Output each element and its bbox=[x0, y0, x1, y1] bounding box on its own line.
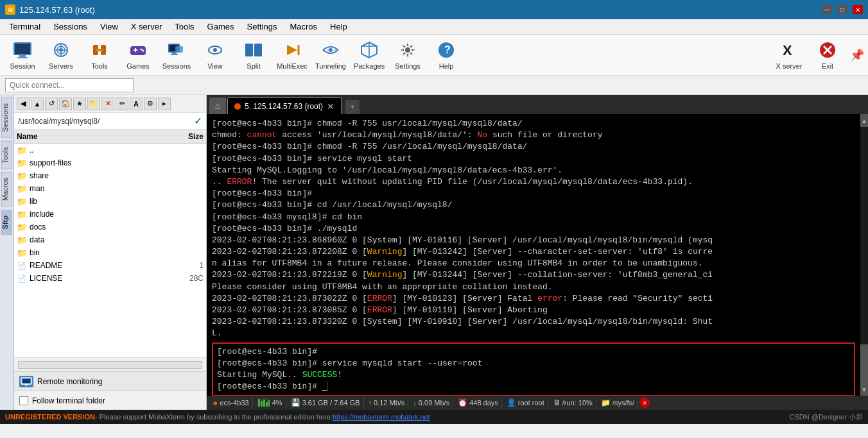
multiexec-icon bbox=[282, 40, 302, 60]
tab-home-btn[interactable]: ⌂ bbox=[209, 97, 226, 114]
sessions-tab[interactable]: Sessions bbox=[1, 97, 12, 138]
quick-connect-input[interactable] bbox=[5, 78, 134, 92]
macros-tab[interactable]: Macros bbox=[1, 172, 12, 206]
follow-terminal-checkbox[interactable] bbox=[19, 396, 28, 405]
toolbar-settings-btn[interactable]: Settings bbox=[389, 37, 426, 73]
fb-scrollbar[interactable] bbox=[18, 361, 202, 369]
toolbar-servers-btn[interactable]: Servers bbox=[42, 37, 80, 73]
disk2-text: /sys/fs/ bbox=[612, 399, 634, 407]
toolbar-sessions-btn[interactable]: Sessions bbox=[158, 37, 195, 73]
toolbar-split-btn[interactable]: Split bbox=[235, 37, 272, 73]
maximize-button[interactable]: □ bbox=[837, 5, 847, 14]
menu-settings[interactable]: Settings bbox=[241, 21, 284, 33]
scroll-thumb[interactable] bbox=[860, 344, 868, 383]
up-icon: ↑ bbox=[369, 399, 372, 407]
toolbar-tools-label: Tools bbox=[91, 62, 108, 70]
close-button[interactable]: ✕ bbox=[853, 5, 863, 14]
list-item[interactable]: 📁 support-files bbox=[14, 156, 206, 169]
list-item[interactable]: 📁 .. bbox=[14, 144, 206, 156]
folder-icon: 📁 bbox=[17, 209, 27, 219]
remote-monitoring-btn[interactable]: Remote monitoring bbox=[14, 371, 206, 391]
menu-games[interactable]: Games bbox=[201, 21, 241, 33]
menu-tools[interactable]: Tools bbox=[168, 21, 200, 33]
tab-close-btn[interactable]: ✕ bbox=[327, 101, 334, 112]
terminal-content[interactable]: [root@ecs-4b33 bin]# chmod -R 755 usr/lo… bbox=[207, 114, 860, 396]
terminal-scrollbar[interactable]: ▲ ▼ bbox=[860, 114, 868, 396]
toolbar-view-btn[interactable]: View bbox=[196, 37, 234, 73]
term-line: 2023-02-02T08:21:23.872219Z 0 [Warning] … bbox=[212, 269, 855, 281]
svg-point-33 bbox=[405, 47, 410, 53]
toolbar-exit-btn[interactable]: Exit bbox=[809, 37, 846, 73]
fb-more-btn[interactable]: ▸ bbox=[158, 97, 171, 110]
dl-icon: ↓ bbox=[413, 399, 417, 407]
fb-rename-btn[interactable]: ✏ bbox=[116, 97, 128, 110]
term-line: [root@ecs-4b33 mysql8]# cd bin bbox=[212, 212, 855, 223]
pin-icon[interactable]: 📌 bbox=[850, 48, 864, 62]
fb-home-btn[interactable]: 🏠 bbox=[59, 97, 72, 110]
scroll-track[interactable] bbox=[860, 127, 868, 383]
list-item[interactable]: 📁 docs bbox=[14, 221, 206, 233]
term-line: [root@ecs-4b33 bin]# cd /usr/local/mysql… bbox=[212, 199, 855, 211]
menu-sessions[interactable]: Sessions bbox=[47, 21, 94, 33]
scroll-down[interactable]: ▼ bbox=[860, 383, 868, 396]
list-item[interactable]: 📁 data bbox=[14, 233, 206, 246]
list-item[interactable]: 📁 include bbox=[14, 208, 206, 221]
toolbar-games-btn[interactable]: Games bbox=[119, 37, 157, 73]
svg-rect-47 bbox=[266, 402, 268, 407]
toolbar-tools-btn[interactable]: Tools bbox=[81, 37, 118, 73]
menu-macros[interactable]: Macros bbox=[283, 21, 324, 33]
scroll-up[interactable]: ▲ bbox=[860, 114, 868, 127]
svg-rect-46 bbox=[263, 400, 265, 407]
list-item[interactable]: 📁 lib bbox=[14, 195, 206, 208]
toolbar-multiexec-btn[interactable]: MultiExec bbox=[273, 37, 311, 73]
list-item[interactable]: 📄 LICENSE 28C bbox=[14, 272, 206, 285]
mem-text: 3.61 GB / 7.64 GB bbox=[302, 399, 360, 407]
toolbar-view-label: View bbox=[207, 62, 223, 70]
banner-link[interactable]: https://mobaxterm.mobatek.net bbox=[333, 413, 430, 421]
list-item[interactable]: 📁 share bbox=[14, 169, 206, 182]
fb-back-btn[interactable]: ◀ bbox=[17, 97, 30, 110]
help-icon: ? bbox=[436, 40, 456, 60]
tools-tab[interactable]: Tools bbox=[1, 141, 12, 169]
svg-text:X: X bbox=[783, 42, 792, 58]
fb-bookmark-btn[interactable]: ★ bbox=[73, 97, 86, 110]
list-item[interactable]: 📁 man bbox=[14, 182, 206, 195]
term-line: [root@ecs-4b33 bin]# bbox=[217, 346, 850, 358]
toolbar: Session Servers Tools Games Sessions Vie… bbox=[0, 35, 868, 76]
term-line: n alias for UTF8MB4 in a future release.… bbox=[212, 258, 855, 269]
fb-up-btn[interactable]: ▲ bbox=[31, 97, 44, 110]
menu-terminal[interactable]: Terminal bbox=[3, 21, 47, 33]
sessions-icon bbox=[166, 40, 187, 60]
svg-rect-41 bbox=[22, 379, 30, 383]
sftp-tab[interactable]: Sftp bbox=[1, 210, 12, 235]
fb-refresh-btn[interactable]: ↺ bbox=[45, 97, 58, 110]
fb-new-folder-btn[interactable]: 📁 bbox=[87, 97, 100, 110]
term-line: 2023-02-02T08:21:23.873085Z 0 [ERROR] [M… bbox=[212, 305, 855, 316]
folder-icon: 📁 bbox=[17, 183, 27, 194]
menu-view[interactable]: View bbox=[94, 21, 125, 33]
status-close-btn[interactable]: × bbox=[639, 398, 650, 408]
toolbar-packages-btn[interactable]: Packages bbox=[351, 37, 388, 73]
toolbar-help-btn[interactable]: ? Help bbox=[428, 37, 465, 73]
term-line: [root@ecs-4b33 bin]# service mysqld star… bbox=[217, 358, 850, 369]
folder-icon: 📁 bbox=[17, 248, 27, 258]
menu-xserver[interactable]: X server bbox=[125, 21, 168, 33]
list-item[interactable]: 📁 bin bbox=[14, 246, 206, 259]
toolbar-xserver-label: X server bbox=[776, 62, 803, 70]
toolbar-xserver-btn[interactable]: X X server bbox=[770, 37, 808, 73]
tab-add-btn[interactable]: + bbox=[345, 100, 360, 114]
toolbar-tunneling-btn[interactable]: Tunneling bbox=[312, 37, 349, 73]
fb-delete-btn[interactable]: ✕ bbox=[101, 97, 114, 110]
terminal-tab[interactable]: 5. 125.124.57.63 (root) ✕ bbox=[227, 97, 342, 114]
minimize-button[interactable]: ─ bbox=[822, 5, 832, 14]
fb-font-btn[interactable]: A bbox=[130, 97, 143, 110]
fb-settings-btn[interactable]: ⚙ bbox=[144, 97, 157, 110]
svg-rect-1 bbox=[15, 44, 30, 54]
toolbar-session-btn[interactable]: Session bbox=[4, 37, 41, 73]
xserver-icon: X bbox=[779, 40, 799, 60]
server-icon: ● bbox=[213, 398, 218, 408]
menu-help[interactable]: Help bbox=[324, 21, 354, 33]
file-name: data bbox=[30, 235, 171, 244]
list-item[interactable]: 📄 README 1 bbox=[14, 259, 206, 272]
status-upload: ↑ 0.12 Mb/s bbox=[365, 397, 409, 409]
